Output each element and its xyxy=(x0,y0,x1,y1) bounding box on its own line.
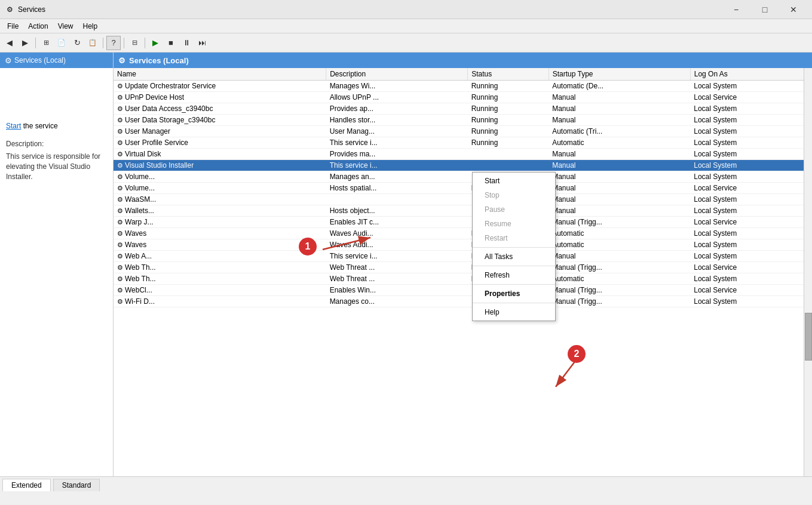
menu-bar: File Action View Help xyxy=(0,19,812,33)
toolbar-step[interactable]: ⏭ xyxy=(195,36,209,50)
gear-icon: ⚙ xyxy=(117,264,123,272)
service-logon: Local System xyxy=(690,137,811,149)
service-logon: Local System xyxy=(690,115,811,126)
table-row[interactable]: ⚙WebCl... Enables Win... Manual (Trigg..… xyxy=(114,285,812,296)
table-row[interactable]: ⚙Web A... This service i... Running Manu… xyxy=(114,251,812,262)
table-row[interactable]: ⚙Visual Studio Installer This service i.… xyxy=(114,160,812,171)
toolbar-open-new[interactable]: ⊟ xyxy=(127,36,142,50)
service-name: ⚙Waves xyxy=(114,228,326,239)
service-name: ⚙Volume... xyxy=(114,171,326,183)
table-row[interactable]: ⚙Volume... Hosts spatial... Running Manu… xyxy=(114,183,812,194)
service-startup: Automatic xyxy=(549,137,690,149)
toolbar-refresh[interactable]: ↻ xyxy=(70,36,84,50)
table-row[interactable]: ⚙Wallets... Hosts object... Manual Local… xyxy=(114,205,812,217)
ctx-properties[interactable]: Properties xyxy=(473,287,555,301)
table-row[interactable]: ⚙WaaSM... Manual Local System xyxy=(114,194,812,205)
maximize-button[interactable]: □ xyxy=(751,0,779,19)
table-row[interactable]: ⚙Web Th... Web Threat ... Running Manual… xyxy=(114,262,812,273)
table-row[interactable]: ⚙User Manager User Manag... Running Auto… xyxy=(114,126,812,137)
start-link[interactable]: Start xyxy=(6,122,21,130)
toolbar-export[interactable]: 📋 xyxy=(85,36,100,50)
toolbar-forward[interactable]: ▶ xyxy=(18,36,32,50)
ctx-refresh[interactable]: Refresh xyxy=(473,268,555,282)
tab-standard[interactable]: Standard xyxy=(53,479,100,491)
gear-icon: ⚙ xyxy=(117,162,123,170)
gear-icon: ⚙ xyxy=(117,241,123,249)
service-name: ⚙Web Th... xyxy=(114,262,326,273)
table-row[interactable]: ⚙Warp J... Enables JIT c... Manual (Trig… xyxy=(114,217,812,228)
service-name: ⚙Visual Studio Installer xyxy=(114,160,326,171)
scrollbar-thumb[interactable] xyxy=(805,313,812,361)
service-name: ⚙Wallets... xyxy=(114,205,326,217)
service-startup: Manual xyxy=(549,205,690,217)
services-table: Name Description Status Startup Type Log… xyxy=(114,68,812,307)
service-logon: Local System xyxy=(690,296,811,307)
services-local-icon: ⚙ xyxy=(5,56,12,65)
ctx-restart[interactable]: Restart xyxy=(473,231,555,245)
service-startup: Manual xyxy=(549,194,690,205)
col-status[interactable]: Status xyxy=(468,68,549,81)
service-desc: Allows UPnP ... xyxy=(326,92,468,103)
service-name: ⚙Warp J... xyxy=(114,217,326,228)
ctx-pause[interactable]: Pause xyxy=(473,202,555,217)
ctx-stop[interactable]: Stop xyxy=(473,188,555,202)
service-logon: Local System xyxy=(690,171,811,183)
service-startup: Manual xyxy=(549,160,690,171)
table-row[interactable]: ⚙Wi-Fi D... Manages co... Manual (Trigg.… xyxy=(114,296,812,307)
table-row[interactable]: ⚙UPnP Device Host Allows UPnP ... Runnin… xyxy=(114,92,812,103)
service-desc: This service i... xyxy=(326,251,468,262)
toolbar-play[interactable]: ▶ xyxy=(148,36,163,50)
toolbar-back[interactable]: ◀ xyxy=(2,36,17,50)
toolbar-help[interactable]: ? xyxy=(106,36,121,50)
content-area: ⚙ Services (Local) Start the service Des… xyxy=(0,53,812,476)
service-logon: Local Service xyxy=(690,183,811,194)
services-table-wrapper[interactable]: Name Description Status Startup Type Log… xyxy=(114,68,812,476)
toolbar-stop[interactable]: ■ xyxy=(164,36,178,50)
menu-file[interactable]: File xyxy=(2,21,23,32)
ctx-sep-2 xyxy=(473,266,555,266)
description-label: Description: xyxy=(6,140,107,148)
service-startup: Manual (Trigg... xyxy=(549,217,690,228)
table-row[interactable]: ⚙Volume... Manages an... Manual Local Sy… xyxy=(114,171,812,183)
tab-extended[interactable]: Extended xyxy=(2,479,51,491)
service-logon: Local System xyxy=(690,103,811,115)
table-row[interactable]: ⚙User Data Access_c3940bc Provides ap...… xyxy=(114,103,812,115)
toolbar-pause[interactable]: ⏸ xyxy=(179,36,194,50)
col-logon[interactable]: Log On As xyxy=(690,68,811,81)
gear-icon: ⚙ xyxy=(117,196,123,204)
toolbar-show-console[interactable]: ⊞ xyxy=(39,36,53,50)
minimize-button[interactable]: − xyxy=(722,0,750,19)
col-desc[interactable]: Description xyxy=(326,68,468,81)
col-startup[interactable]: Startup Type xyxy=(549,68,690,81)
table-row[interactable]: ⚙User Profile Service This service i... … xyxy=(114,137,812,149)
menu-view[interactable]: View xyxy=(53,21,78,32)
menu-help[interactable]: Help xyxy=(78,21,103,32)
service-name: ⚙WaaSM... xyxy=(114,194,326,205)
service-name: ⚙Virtual Disk xyxy=(114,149,326,160)
ctx-start[interactable]: Start xyxy=(473,174,555,188)
close-button[interactable]: ✕ xyxy=(780,0,807,19)
ctx-help[interactable]: Help xyxy=(473,305,555,319)
table-row[interactable]: ⚙Virtual Disk Provides ma... Manual Loca… xyxy=(114,149,812,160)
service-logon: Local System xyxy=(690,251,811,262)
table-row[interactable]: ⚙User Data Storage_c3940bc Handles stor.… xyxy=(114,115,812,126)
service-startup: Automatic (Tri... xyxy=(549,126,690,137)
service-logon: Local Service xyxy=(690,217,811,228)
table-row[interactable]: ⚙Web Th... Web Threat ... Running Automa… xyxy=(114,273,812,285)
col-name[interactable]: Name xyxy=(114,68,326,81)
service-status: Running xyxy=(468,126,549,137)
ctx-resume[interactable]: Resume xyxy=(473,217,555,231)
table-row[interactable]: ⚙Waves Waves Audi... Running Automatic L… xyxy=(114,228,812,239)
service-status: Running xyxy=(468,115,549,126)
table-row[interactable]: ⚙Update Orchestrator Service Manages Wi.… xyxy=(114,81,812,92)
table-row[interactable]: ⚙Waves Waves Audi... Running Automatic L… xyxy=(114,239,812,251)
service-desc: Enables JIT c... xyxy=(326,217,468,228)
service-name: ⚙User Manager xyxy=(114,126,326,137)
service-logon: Local Service xyxy=(690,285,811,296)
left-panel: ⚙ Services (Local) Start the service Des… xyxy=(0,53,114,476)
ctx-sep-3 xyxy=(473,284,555,285)
toolbar-show-std[interactable]: 📄 xyxy=(54,36,69,50)
ctx-all-tasks[interactable]: All Tasks xyxy=(473,250,555,264)
menu-action[interactable]: Action xyxy=(23,21,53,32)
service-logon: Local System xyxy=(690,273,811,285)
